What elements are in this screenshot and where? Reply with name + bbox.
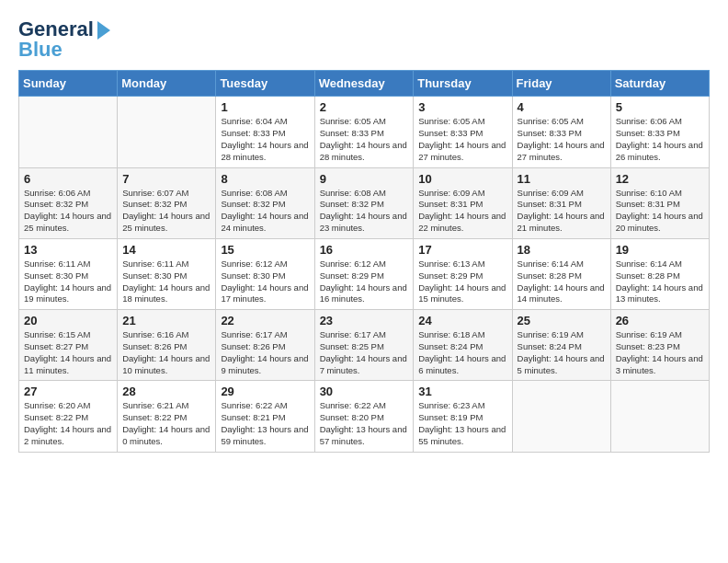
day-info: Sunrise: 6:14 AM Sunset: 8:28 PM Dayligh… [518, 259, 606, 305]
calendar-cell: 28Sunrise: 6:21 AM Sunset: 8:22 PM Dayli… [118, 381, 216, 452]
day-number: 2 [320, 100, 409, 114]
calendar-cell: 20Sunrise: 6:15 AM Sunset: 8:27 PM Dayli… [19, 310, 118, 381]
day-info: Sunrise: 6:04 AM Sunset: 8:33 PM Dayligh… [221, 116, 309, 163]
day-info: Sunrise: 6:09 AM Sunset: 8:31 PM Dayligh… [418, 188, 506, 235]
calendar-cell: 5Sunrise: 6:06 AM Sunset: 8:33 PM Daylig… [610, 97, 709, 167]
day-number: 22 [221, 314, 309, 327]
day-info: Sunrise: 6:11 AM Sunset: 8:30 PM Dayligh… [24, 259, 112, 305]
calendar-week-5: 27Sunrise: 6:20 AM Sunset: 8:22 PM Dayli… [19, 381, 710, 452]
day-number: 6 [24, 172, 112, 186]
day-number: 5 [616, 100, 704, 114]
day-number: 29 [221, 385, 309, 398]
day-info: Sunrise: 6:12 AM Sunset: 8:30 PM Dayligh… [221, 259, 309, 305]
calendar-cell: 17Sunrise: 6:13 AM Sunset: 8:29 PM Dayli… [414, 238, 512, 309]
day-info: Sunrise: 6:15 AM Sunset: 8:27 PM Dayligh… [24, 329, 112, 376]
day-info: Sunrise: 6:17 AM Sunset: 8:26 PM Dayligh… [221, 329, 309, 376]
day-info: Sunrise: 6:22 AM Sunset: 8:21 PM Dayligh… [221, 400, 309, 447]
calendar-cell: 1Sunrise: 6:04 AM Sunset: 8:33 PM Daylig… [216, 97, 314, 167]
weekday-header-wednesday: Wednesday [314, 71, 414, 97]
weekday-header-friday: Friday [512, 71, 610, 97]
calendar-week-1: 1Sunrise: 6:04 AM Sunset: 8:33 PM Daylig… [19, 97, 710, 167]
day-number: 15 [221, 243, 309, 257]
day-info: Sunrise: 6:05 AM Sunset: 8:33 PM Dayligh… [518, 116, 606, 163]
calendar-cell [610, 381, 709, 452]
calendar-week-3: 13Sunrise: 6:11 AM Sunset: 8:30 PM Dayli… [19, 238, 710, 309]
day-number: 23 [320, 314, 409, 327]
day-number: 31 [418, 385, 506, 398]
calendar-table: SundayMondayTuesdayWednesdayThursdayFrid… [18, 70, 710, 452]
day-number: 24 [418, 314, 506, 327]
day-number: 30 [320, 385, 409, 398]
day-info: Sunrise: 6:08 AM Sunset: 8:32 PM Dayligh… [221, 188, 309, 235]
weekday-header-thursday: Thursday [414, 71, 512, 97]
calendar-cell: 23Sunrise: 6:17 AM Sunset: 8:25 PM Dayli… [314, 310, 414, 381]
calendar-cell: 31Sunrise: 6:23 AM Sunset: 8:19 PM Dayli… [414, 381, 512, 452]
calendar-header-row: SundayMondayTuesdayWednesdayThursdayFrid… [19, 71, 710, 97]
day-number: 12 [616, 172, 704, 186]
day-number: 8 [221, 172, 309, 186]
day-info: Sunrise: 6:07 AM Sunset: 8:32 PM Dayligh… [122, 188, 210, 235]
logo-arrow-icon [97, 21, 110, 40]
calendar-cell: 22Sunrise: 6:17 AM Sunset: 8:26 PM Dayli… [216, 310, 314, 381]
day-number: 9 [320, 172, 409, 186]
calendar-cell: 24Sunrise: 6:18 AM Sunset: 8:24 PM Dayli… [414, 310, 512, 381]
day-number: 21 [122, 314, 210, 327]
calendar-cell: 13Sunrise: 6:11 AM Sunset: 8:30 PM Dayli… [19, 238, 118, 309]
weekday-header-saturday: Saturday [610, 71, 709, 97]
calendar-cell: 29Sunrise: 6:22 AM Sunset: 8:21 PM Dayli… [216, 381, 314, 452]
day-info: Sunrise: 6:10 AM Sunset: 8:31 PM Dayligh… [616, 188, 704, 235]
day-info: Sunrise: 6:17 AM Sunset: 8:25 PM Dayligh… [320, 329, 409, 376]
calendar-cell: 26Sunrise: 6:19 AM Sunset: 8:23 PM Dayli… [610, 310, 709, 381]
day-info: Sunrise: 6:16 AM Sunset: 8:26 PM Dayligh… [122, 329, 210, 376]
day-info: Sunrise: 6:13 AM Sunset: 8:29 PM Dayligh… [418, 259, 506, 305]
day-number: 7 [122, 172, 210, 186]
day-number: 17 [418, 243, 506, 257]
calendar-cell: 6Sunrise: 6:06 AM Sunset: 8:32 PM Daylig… [19, 167, 118, 238]
day-number: 13 [24, 243, 112, 257]
day-info: Sunrise: 6:14 AM Sunset: 8:28 PM Dayligh… [616, 259, 704, 305]
calendar-cell [19, 97, 118, 167]
day-number: 1 [221, 100, 309, 114]
calendar-cell: 18Sunrise: 6:14 AM Sunset: 8:28 PM Dayli… [512, 238, 610, 309]
calendar-cell: 11Sunrise: 6:09 AM Sunset: 8:31 PM Dayli… [512, 167, 610, 238]
calendar-cell: 21Sunrise: 6:16 AM Sunset: 8:26 PM Dayli… [118, 310, 216, 381]
calendar-cell: 16Sunrise: 6:12 AM Sunset: 8:29 PM Dayli… [314, 238, 414, 309]
day-info: Sunrise: 6:19 AM Sunset: 8:24 PM Dayligh… [518, 329, 606, 376]
day-info: Sunrise: 6:09 AM Sunset: 8:31 PM Dayligh… [518, 188, 606, 235]
calendar-cell: 3Sunrise: 6:05 AM Sunset: 8:33 PM Daylig… [414, 97, 512, 167]
page-header: General Blue [18, 18, 710, 61]
day-number: 28 [122, 385, 210, 398]
calendar-cell: 14Sunrise: 6:11 AM Sunset: 8:30 PM Dayli… [118, 238, 216, 309]
calendar-cell: 9Sunrise: 6:08 AM Sunset: 8:32 PM Daylig… [314, 167, 414, 238]
day-number: 18 [518, 243, 606, 257]
day-info: Sunrise: 6:22 AM Sunset: 8:20 PM Dayligh… [320, 400, 409, 447]
calendar-week-4: 20Sunrise: 6:15 AM Sunset: 8:27 PM Dayli… [19, 310, 710, 381]
calendar-cell: 15Sunrise: 6:12 AM Sunset: 8:30 PM Dayli… [216, 238, 314, 309]
day-number: 25 [518, 314, 606, 327]
day-info: Sunrise: 6:19 AM Sunset: 8:23 PM Dayligh… [616, 329, 704, 376]
day-number: 20 [24, 314, 112, 327]
day-info: Sunrise: 6:18 AM Sunset: 8:24 PM Dayligh… [418, 329, 506, 376]
calendar-week-2: 6Sunrise: 6:06 AM Sunset: 8:32 PM Daylig… [19, 167, 710, 238]
day-number: 27 [24, 385, 112, 398]
calendar-cell: 12Sunrise: 6:10 AM Sunset: 8:31 PM Dayli… [610, 167, 709, 238]
day-info: Sunrise: 6:05 AM Sunset: 8:33 PM Dayligh… [418, 116, 506, 163]
logo: General Blue [18, 18, 110, 61]
calendar-cell: 8Sunrise: 6:08 AM Sunset: 8:32 PM Daylig… [216, 167, 314, 238]
day-number: 4 [518, 100, 606, 114]
calendar-cell: 30Sunrise: 6:22 AM Sunset: 8:20 PM Dayli… [314, 381, 414, 452]
day-info: Sunrise: 6:06 AM Sunset: 8:33 PM Dayligh… [616, 116, 704, 163]
weekday-header-monday: Monday [118, 71, 216, 97]
weekday-header-tuesday: Tuesday [216, 71, 314, 97]
day-info: Sunrise: 6:20 AM Sunset: 8:22 PM Dayligh… [24, 400, 112, 447]
calendar-cell: 27Sunrise: 6:20 AM Sunset: 8:22 PM Dayli… [19, 381, 118, 452]
day-number: 14 [122, 243, 210, 257]
day-info: Sunrise: 6:06 AM Sunset: 8:32 PM Dayligh… [24, 188, 112, 235]
calendar-cell: 10Sunrise: 6:09 AM Sunset: 8:31 PM Dayli… [414, 167, 512, 238]
day-info: Sunrise: 6:11 AM Sunset: 8:30 PM Dayligh… [122, 259, 210, 305]
weekday-header-sunday: Sunday [19, 71, 118, 97]
day-info: Sunrise: 6:12 AM Sunset: 8:29 PM Dayligh… [320, 259, 409, 305]
day-number: 26 [616, 314, 704, 327]
day-number: 3 [418, 100, 506, 114]
day-number: 16 [320, 243, 409, 257]
